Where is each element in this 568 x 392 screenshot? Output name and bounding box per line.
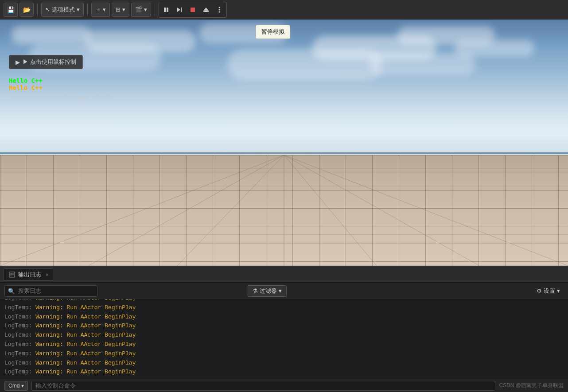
cmd-chevron-icon: ▾: [21, 383, 24, 389]
step-button[interactable]: [173, 4, 186, 16]
svg-point-7: [219, 7, 220, 8]
pause-tooltip: 暂停模拟: [256, 25, 290, 39]
log-warning: Warning:: [35, 350, 66, 357]
log-panel: 输出日志 × 🔍 ⚗ 过滤器 ▾ ⚙ 设置 ▾ LogTemp: Warning…: [0, 266, 568, 392]
log-content[interactable]: LogTemp: Warning: Run AActor BeginPlayLo…: [0, 299, 568, 379]
log-prefix: LogTemp:: [4, 304, 35, 311]
svg-marker-5: [203, 8, 209, 11]
play-triangle-icon: ▶: [16, 59, 20, 66]
log-search-input[interactable]: [4, 285, 97, 297]
log-tab-close-button[interactable]: ×: [46, 272, 48, 277]
add-chevron-icon: ▾: [103, 6, 106, 13]
svg-marker-2: [177, 8, 180, 12]
eject-button[interactable]: [200, 4, 212, 16]
svg-point-9: [219, 11, 220, 12]
filter-label: 过滤器: [260, 287, 277, 295]
grid-chevron-icon: ▾: [122, 6, 125, 13]
log-line: LogTemp: Warning: Run AActor BeginPlay: [4, 331, 564, 340]
svg-rect-6: [203, 11, 209, 12]
add-icon: ＋: [95, 6, 101, 14]
camera-chevron-icon: ▾: [144, 6, 147, 13]
svg-rect-4: [191, 8, 195, 12]
mode-select-button[interactable]: ↖ 选项模式 ▾: [41, 3, 84, 17]
log-warning: Warning:: [35, 341, 66, 348]
log-line: LogTemp: Warning: Run AActor BeginPlay: [4, 368, 564, 377]
grid-button[interactable]: ⊞ ▾: [112, 3, 129, 17]
disable-screen-messages-text: `DisableAllScreenMessages`进行抑制: [9, 93, 113, 101]
log-prefix: LogTemp:: [4, 350, 35, 357]
settings-label: 设置: [544, 287, 555, 295]
add-button[interactable]: ＋ ▾: [91, 3, 110, 17]
cmd-button[interactable]: Cmd ▾: [4, 381, 28, 391]
svg-line-11: [89, 155, 284, 266]
csdn-credit: CSDN @西南男子单身联盟: [499, 382, 564, 389]
svg-point-8: [219, 9, 220, 10]
ground-plane: [0, 155, 568, 266]
log-line: LogTemp: Warning: Run AActor BeginPlay: [4, 299, 564, 303]
mode-icon: ↖: [45, 6, 50, 13]
log-prefix: LogTemp:: [4, 322, 35, 329]
log-prefix: LogTemp:: [4, 314, 35, 320]
log-prefix: LogTemp:: [4, 299, 35, 302]
filter-button[interactable]: ⚗ 过滤器 ▾: [248, 285, 287, 297]
log-prefix: LogTemp:: [4, 341, 35, 348]
svg-rect-3: [181, 8, 182, 12]
hello-cpp-text-2: Hello C++: [9, 84, 113, 91]
log-prefix: LogTemp:: [4, 332, 35, 338]
main-toolbar: 💾 📂 ↖ 选项模式 ▾ ＋ ▾ ⊞ ▾ 🎬 ▾: [0, 0, 568, 19]
stop-button[interactable]: [187, 4, 199, 16]
log-toolbar: 🔍 ⚗ 过滤器 ▾ ⚙ 设置 ▾: [0, 283, 568, 299]
log-prefix: LogTemp:: [4, 369, 35, 375]
cmd-input[interactable]: [31, 381, 495, 391]
svg-line-15: [284, 155, 479, 266]
pause-button[interactable]: [160, 4, 172, 16]
log-warning: Warning:: [35, 360, 66, 366]
mouse-control-label: ▶ 点击使用鼠标控制: [23, 58, 76, 66]
settings-gear-icon: ⚙: [537, 287, 542, 294]
camera-button[interactable]: 🎬 ▾: [131, 3, 151, 17]
mode-chevron-icon: ▾: [77, 6, 80, 13]
log-line: LogTemp: Warning: Run AActor BeginPlay: [4, 313, 564, 322]
horizon-line: [0, 152, 568, 154]
save-button[interactable]: 💾: [4, 3, 18, 17]
playback-controls: [159, 2, 227, 18]
hello-cpp-text-1: Hello C++: [9, 77, 113, 84]
log-warning: Warning:: [35, 314, 66, 320]
cmd-label: Cmd: [8, 383, 19, 389]
grid-icon: ⊞: [116, 6, 121, 13]
search-wrapper: 🔍: [4, 285, 244, 297]
log-tab-label: 输出日志: [18, 271, 41, 279]
viewport-text-overlay: Hello C++ Hello C++ `DisableAllScreenMes…: [9, 77, 113, 101]
log-warning: Warning:: [35, 299, 66, 302]
svg-line-10: [0, 155, 284, 266]
separator-1: [37, 4, 38, 16]
filter-icon: ⚗: [253, 287, 258, 294]
log-tab-icon: [8, 271, 16, 278]
log-warning: Warning:: [35, 332, 66, 338]
separator-2: [87, 4, 88, 16]
separator-3: [155, 4, 155, 16]
mouse-control-button[interactable]: ▶ ▶ 点击使用鼠标控制: [9, 55, 83, 69]
svg-line-14: [284, 155, 377, 266]
svg-rect-0: [164, 8, 166, 12]
output-log-tab[interactable]: 输出日志 ×: [4, 268, 53, 281]
log-warning: Warning:: [35, 304, 66, 311]
log-prefix: LogTemp:: [4, 360, 35, 366]
camera-icon: 🎬: [135, 6, 142, 13]
settings-chevron-icon: ▾: [557, 287, 560, 294]
log-bottom-bar: Cmd ▾ CSDN @西南男子单身联盟: [0, 379, 568, 392]
svg-line-12: [177, 155, 284, 266]
log-line: LogTemp: Warning: Run AActor BeginPlay: [4, 303, 564, 313]
log-warning: Warning:: [35, 322, 66, 329]
log-line: LogTemp: Warning: Run AActor BeginPlay: [4, 340, 564, 349]
svg-rect-1: [167, 8, 168, 12]
log-tab-bar: 输出日志 ×: [0, 267, 568, 283]
settings-button[interactable]: ⚙ 设置 ▾: [533, 286, 564, 296]
svg-line-16: [284, 155, 568, 266]
log-line: LogTemp: Warning: Run AActor BeginPlay: [4, 349, 564, 359]
open-button[interactable]: 📂: [19, 3, 34, 17]
viewport[interactable]: ▶ ▶ 点击使用鼠标控制 Hello C++ Hello C++ `Disabl…: [0, 19, 568, 266]
log-line: LogTemp: Warning: Run AActor BeginPlay: [4, 322, 564, 331]
filter-chevron-icon: ▾: [279, 287, 282, 294]
more-options-button[interactable]: [213, 4, 226, 16]
